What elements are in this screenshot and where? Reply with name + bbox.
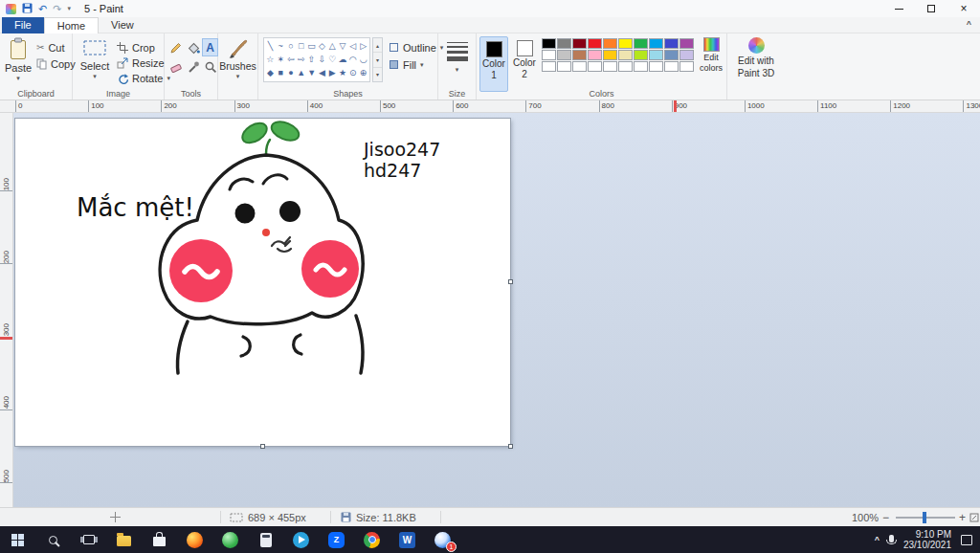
paint-canvas[interactable]: Mắc mệt! Jisoo247 hd247 [15,119,510,446]
rotate-button[interactable]: Rotate ▾ [117,71,170,85]
color-swatch[interactable] [618,61,633,72]
ribbon-collapse-chevron[interactable]: ^ [967,19,971,29]
shape-option[interactable]: ▶ [327,67,338,80]
color-swatch[interactable] [588,61,602,72]
shapes-more-button[interactable]: ▾ [373,68,382,81]
shapes-scroll-up[interactable]: ▴ [373,38,382,53]
tab-home[interactable]: Home [44,17,99,33]
undo-button[interactable]: ↶ [38,3,47,14]
save-button[interactable] [22,0,33,17]
messaging-app-button[interactable]: 1 [425,526,460,553]
size-button[interactable]: ▾ [438,42,476,73]
zoom-fit-button[interactable] [969,508,979,526]
shape-option[interactable]: ⊙ [347,67,358,80]
shape-option[interactable]: ◆ [265,67,276,80]
tab-view[interactable]: View [99,17,146,33]
shape-option[interactable]: ■ [276,67,286,80]
text-tool-button[interactable]: A [202,38,218,56]
crop-button[interactable]: Crop [117,40,155,55]
pencil-tool-button[interactable] [167,38,184,56]
redo-button[interactable]: ↷ [53,3,61,14]
shape-fill-button[interactable]: Fill ▾ [389,57,424,72]
resize-button[interactable]: Resize [117,55,165,70]
magnifier-tool-button[interactable] [202,57,218,76]
eraser-tool-button[interactable] [167,57,184,76]
color-swatch[interactable] [542,61,556,72]
shape-option[interactable]: ⊕ [358,67,368,80]
microphone-icon[interactable] [889,535,894,542]
qat-customize-button[interactable]: ▾ [67,5,71,12]
color-swatch[interactable] [679,38,694,49]
shape-option[interactable]: ╲ [265,39,276,53]
color-swatch[interactable] [603,38,617,49]
zoom-in-button[interactable]: + [959,508,966,526]
copy-button[interactable]: Copy [36,56,76,71]
color-swatch[interactable] [634,61,648,72]
zoom-out-button[interactable]: − [882,508,889,526]
color-swatch[interactable] [618,50,633,60]
select-button[interactable]: Select ▾ [75,37,115,79]
restore-button[interactable] [915,0,947,17]
coccoc-button[interactable] [212,526,248,553]
color-swatch[interactable] [572,61,587,72]
taskbar-clock[interactable]: 9:10 PM 23/10/2021 [903,529,951,550]
shape-option[interactable]: ◇ [317,39,327,53]
shape-option[interactable]: ◡ [358,53,368,66]
color-swatch[interactable] [679,50,694,60]
color-swatch[interactable] [664,38,679,49]
shape-option[interactable]: ♡ [327,53,338,66]
firefox-button[interactable] [177,526,212,553]
color-swatch[interactable] [603,61,617,72]
shape-option[interactable]: ▼ [306,67,317,80]
shapes-scroll-down[interactable]: ▾ [373,53,382,67]
shape-option[interactable]: ☁ [338,53,348,66]
shape-option[interactable]: ◁ [347,39,358,53]
shape-option[interactable]: ● [286,67,297,80]
shape-option[interactable]: ✶ [276,53,286,66]
color-swatch[interactable] [588,50,602,60]
color-swatch[interactable] [588,38,602,49]
chrome-button[interactable] [354,526,390,553]
color-swatch[interactable] [634,38,648,49]
shape-option[interactable]: ⇦ [286,53,297,66]
color-swatch[interactable] [634,50,648,60]
shape-option[interactable]: ▲ [296,67,306,80]
shape-option[interactable]: ◀ [317,67,327,80]
shape-option[interactable]: ▭ [306,39,317,53]
color1-button[interactable]: Color 1 [479,36,508,92]
shape-outline-button[interactable]: Outline ▾ [389,40,443,55]
action-center-icon[interactable] [961,535,972,545]
file-explorer-button[interactable] [106,526,142,553]
edit-colors-button[interactable]: Edit colors [697,37,725,73]
shape-option[interactable]: ⇨ [296,53,306,66]
minimize-button[interactable] [882,0,915,17]
tab-file[interactable]: File [2,17,44,33]
color-swatch[interactable] [603,50,617,60]
color-swatch[interactable] [664,50,679,60]
color-swatch[interactable] [618,38,633,49]
shape-option[interactable]: ▽ [338,39,348,53]
cut-button[interactable]: ✂ Cut [36,40,65,55]
color-swatch[interactable] [649,50,663,60]
fill-tool-button[interactable] [185,38,201,56]
zalo-button[interactable]: Z [319,526,354,553]
canvas-resize-handle-corner[interactable] [508,444,513,449]
shape-option[interactable]: ☆ [265,53,276,66]
taskbar-search-button[interactable] [35,526,71,553]
color-swatch[interactable] [649,38,663,49]
color-picker-tool-button[interactable] [185,57,201,76]
tray-expand-chevron[interactable]: ^ [875,535,880,544]
color-swatch[interactable] [572,50,587,60]
microsoft-store-button[interactable] [142,526,177,553]
shape-option[interactable]: ◠ [347,53,358,66]
color-swatch[interactable] [557,50,571,60]
shape-option[interactable]: ▷ [358,39,368,53]
zoom-slider-thumb[interactable] [923,512,926,523]
calculator-button[interactable] [248,526,283,553]
brushes-button[interactable]: Brushes ▾ [218,37,257,79]
color-swatch[interactable] [557,61,571,72]
paint3d-button[interactable]: Edit with Paint 3D [727,37,785,78]
color-swatch[interactable] [649,61,663,72]
shape-option[interactable]: □ [296,39,306,53]
shape-option[interactable]: ⇧ [306,53,317,66]
